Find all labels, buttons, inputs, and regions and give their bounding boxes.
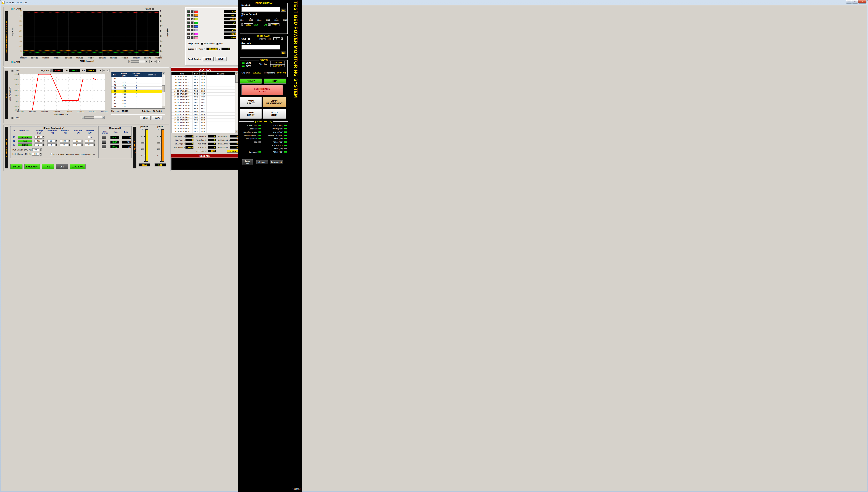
chart-h-scrollbar[interactable]: ◄ ►	[128, 60, 148, 63]
event-log-row[interactable]: 16-06-07 18:54:31PCSCLR	[172, 90, 235, 93]
spinner[interactable]	[55, 144, 57, 146]
numeric-input[interactable]: 0	[85, 140, 93, 143]
y1-autoscale-toggle[interactable]: Y1 Auto	[11, 8, 21, 10]
power-source-selector[interactable]: PCS	[18, 140, 32, 143]
plot-line-style-button[interactable]: L	[191, 14, 194, 17]
cursor-view-checkbox[interactable]	[195, 48, 198, 50]
source-toggle-ess[interactable]: ESS	[56, 164, 68, 169]
numeric-input[interactable]: 100	[60, 140, 68, 143]
event-log-row[interactable]: 16-06-07 18:54:30PCSACT	[172, 107, 235, 110]
disconnect-button[interactable]: Disconnect	[270, 160, 283, 164]
numeric-input[interactable]: 320	[34, 136, 42, 139]
scroll-right-icon[interactable]: ►	[102, 116, 104, 119]
save-checkbox[interactable]	[248, 38, 250, 40]
plot-visible-toggle[interactable]: V	[187, 14, 190, 17]
y2-autoscale-toggle[interactable]: Y2 Auto	[145, 8, 154, 10]
ees-soc-input[interactable]: 90	[32, 153, 39, 155]
load-h-scrollbar[interactable]: ◄ ►	[82, 116, 105, 119]
scroll-left-icon[interactable]: ◄	[82, 116, 84, 119]
event-log-row[interactable]: 16-06-07 18:54:26PCSCLR	[172, 127, 235, 130]
step-table-row[interactable]: 052582	[111, 93, 162, 96]
event-log-row[interactable]: 16-06-07 18:54:30PCSACT	[172, 96, 235, 98]
step-table-row[interactable]: 094461	[111, 105, 162, 108]
scroll-down-icon[interactable]: ▼	[162, 106, 165, 108]
interval-display[interactable]: 1	[274, 38, 280, 40]
event-log-scrollbar[interactable]: ▲ ▼	[235, 72, 238, 133]
spinner[interactable]	[81, 140, 83, 143]
event-log-row[interactable]: 16-06-07 18:54:31PCSCLR	[172, 87, 235, 90]
event-log-row[interactable]: 16-06-07 18:54:31PCSCLR	[172, 81, 235, 84]
scroll-right-icon[interactable]: ►	[145, 60, 148, 63]
save-path-input[interactable]	[241, 45, 280, 50]
plot-color-swatch[interactable]	[194, 18, 198, 20]
event-log-row[interactable]: 16-06-07 18:54:26PCSCLR	[172, 116, 235, 119]
plot-visible-toggle[interactable]: V	[187, 25, 190, 28]
step-table-row[interactable]: 021711	[111, 83, 162, 87]
sv-cmd-spinner[interactable]	[50, 69, 52, 72]
event-log-row[interactable]: 16-06-07 18:54:30PCSACT	[172, 98, 235, 101]
analysis-end-display[interactable]: 00:00	[271, 23, 279, 26]
step-table-row[interactable]: 044982	[111, 90, 162, 93]
data-path-input[interactable]	[241, 7, 280, 12]
source-toggle-load-bank[interactable]: LOAD BANK	[70, 164, 85, 169]
plot-visible-toggle[interactable]: H	[187, 32, 190, 35]
event-log-row[interactable]: 16-06-07 18:54:26PCSCLR	[172, 113, 235, 116]
comm-set-button[interactable]: CommSet	[242, 159, 253, 165]
plot-line-style-button[interactable]: L	[191, 25, 194, 28]
load-x-autoscale-toggle[interactable]: X Auto	[11, 117, 20, 119]
plot-color-swatch[interactable]	[194, 29, 198, 31]
x-autoscale-toggle[interactable]: X Auto	[11, 61, 20, 63]
spinner[interactable]	[43, 140, 45, 143]
scroll-down-icon[interactable]: ▼	[235, 130, 238, 132]
event-log-row[interactable]: 16-06-07 18:54:26PCSCLR	[172, 124, 235, 127]
mode-change-button[interactable]	[102, 141, 106, 144]
cursor-tool-icon[interactable]: +	[150, 60, 153, 63]
connect-button[interactable]: Connect	[256, 160, 269, 164]
plot-color-swatch[interactable]	[194, 14, 198, 17]
spinner[interactable]	[55, 140, 57, 143]
plot-line-style-button[interactable]: L	[191, 36, 194, 39]
event-log-row[interactable]: 16-06-07 18:54:30PCSACT	[172, 93, 235, 96]
load-y-autoscale-toggle[interactable]: Y Auto	[11, 69, 20, 72]
source-toggle-simulator[interactable]: SIMULATOR	[24, 164, 40, 169]
zoom-tool-icon[interactable]	[153, 60, 157, 63]
battery-sim-toggle[interactable]: PCS is Battery simulation mode (for char…	[50, 153, 95, 155]
percent-checkbox[interactable]	[88, 136, 90, 138]
plot-visible-toggle[interactable]: H	[187, 29, 190, 31]
profile-save-button[interactable]: SAVE	[152, 116, 163, 120]
numeric-input[interactable]: 0	[60, 144, 68, 146]
plot-line-style-button[interactable]: L	[191, 32, 194, 35]
auto-start-button[interactable]: AUTOSTART	[240, 109, 262, 119]
plot-line-style-button[interactable]: L	[191, 21, 194, 24]
alarm-clear-button[interactable]: CELAR	[227, 150, 238, 153]
event-log-row[interactable]: 16-06-07 18:54:30PCSACT	[172, 110, 235, 113]
spinner[interactable]	[68, 140, 70, 143]
pcs-soc-input[interactable]: 90	[32, 148, 39, 151]
spinner[interactable]	[43, 136, 45, 139]
spinner[interactable]	[81, 144, 83, 146]
plot-visible-toggle[interactable]: H	[187, 18, 190, 20]
step-table-row[interactable]: 084631	[111, 102, 162, 105]
plot-color-swatch[interactable]	[194, 33, 198, 35]
numeric-input[interactable]: 0	[34, 144, 42, 146]
spinner[interactable]	[68, 144, 70, 146]
profile-open-button[interactable]: OPEN	[140, 116, 151, 120]
plot-line-style-button[interactable]: L	[191, 18, 194, 20]
plot-color-swatch[interactable]	[194, 25, 198, 28]
event-log-row[interactable]: 16-06-07 18:54:31PCSCLR	[172, 75, 235, 78]
run-button[interactable]: RUN	[264, 78, 286, 83]
zoom-tool-icon[interactable]	[103, 69, 106, 72]
event-log-row[interactable]: 16-06-07 18:54:31PCSCLR	[172, 78, 235, 81]
plot-color-swatch[interactable]	[194, 10, 198, 13]
analysis-start-display[interactable]: 00:00	[244, 23, 253, 26]
plot-visible-toggle[interactable]: H	[187, 36, 190, 39]
browse-data-path-button[interactable]	[281, 8, 286, 12]
step-table-row[interactable]: 001710	[111, 77, 162, 80]
source-toggle-pcs[interactable]: PCS	[42, 164, 54, 169]
event-log-row[interactable]: 16-06-07 18:54:30PCSACT	[172, 104, 235, 107]
x-scale-slider-track[interactable]	[242, 17, 285, 17]
measurement-plot[interactable]	[23, 11, 159, 56]
plot-line-style-button[interactable]: L	[191, 29, 194, 31]
ees-soc-spinner[interactable]	[40, 153, 42, 155]
interval-spinner[interactable]	[281, 38, 283, 40]
